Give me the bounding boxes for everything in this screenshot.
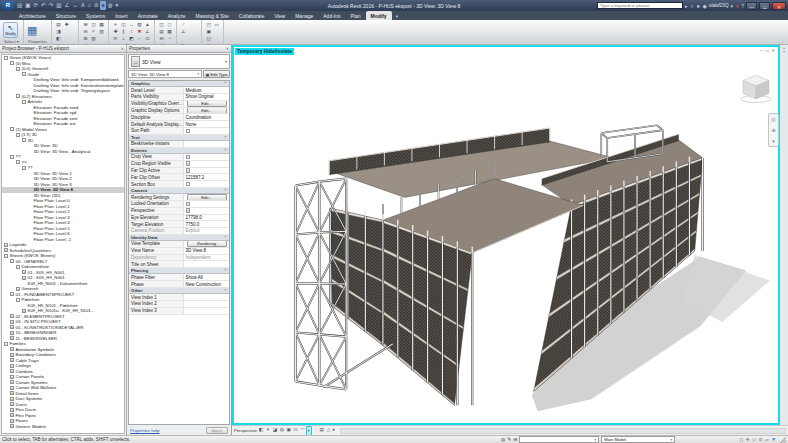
tree-expander-icon[interactable]: + — [22, 276, 26, 280]
tree-expander-icon[interactable]: + — [10, 369, 14, 373]
design-options-icon[interactable]: ⊞ — [513, 437, 517, 442]
tree-expander-icon[interactable]: + — [10, 424, 14, 428]
tree-expander-icon[interactable]: + — [10, 402, 14, 406]
tool-icon[interactable]: ▥ — [98, 29, 105, 34]
checkbox[interactable]: ✓ — [186, 168, 191, 173]
visual-style-icon[interactable]: ◧ — [258, 426, 264, 436]
tree-expander-icon[interactable]: + — [10, 336, 14, 340]
tree-expander-icon[interactable]: + — [10, 358, 14, 362]
tree-expander-icon[interactable]: - — [16, 67, 20, 71]
tool-icon[interactable]: ▦ — [98, 22, 105, 27]
property-value[interactable]: None — [184, 121, 229, 127]
tool-icon[interactable]: ⊟ — [158, 36, 165, 41]
property-value[interactable]: 3D View 8 — [184, 248, 229, 254]
property-value[interactable]: Medium — [184, 87, 229, 93]
tool-icon[interactable]: ◩ — [128, 36, 135, 41]
tool-icon[interactable]: ▲ — [144, 22, 151, 27]
tree-expander-icon[interactable]: + — [10, 325, 14, 329]
property-value[interactable]: Edit... — [184, 108, 229, 114]
navbar-expand-icon[interactable]: ▾ — [772, 138, 775, 144]
view-restore-icon[interactable]: ▭ — [765, 48, 769, 53]
project-browser-header[interactable]: Project Browser - P-HUS eksport ✕ — [0, 45, 126, 53]
hide-analytical-model-icon[interactable]: △ — [326, 426, 331, 436]
reveal-hidden-elements-icon[interactable]: ◌ — [314, 426, 318, 436]
tool-icon[interactable]: ▭ — [213, 22, 220, 27]
browser-tree-item[interactable]: +Generic Models — [2, 424, 124, 430]
aligned-dimension-icon[interactable]: ↔ — [71, 1, 79, 10]
search-input[interactable] — [597, 2, 683, 9]
section-icon[interactable]: ⊘ — [93, 1, 100, 10]
property-value[interactable] — [184, 261, 229, 267]
close-icon[interactable]: ✕ — [226, 46, 229, 51]
tool-icon[interactable]: ⊥ — [120, 36, 127, 41]
tree-expander-icon[interactable]: + — [22, 270, 26, 274]
open-icon[interactable]: ▤ — [16, 1, 23, 10]
checkbox[interactable] — [186, 202, 191, 207]
tree-expander-icon[interactable]: + — [4, 243, 8, 247]
editable-only-icon[interactable]: ✎ — [507, 437, 511, 442]
close-icon[interactable]: ✕ — [772, 2, 786, 10]
tool-icon[interactable]: ⟳ — [112, 36, 119, 41]
tree-expander-icon[interactable]: + — [10, 413, 14, 417]
tool-icon[interactable]: ▤ — [158, 29, 165, 34]
tree-expander-icon[interactable]: + — [16, 287, 20, 291]
tool-icon[interactable]: ◧ — [55, 36, 62, 41]
temporary-view-properties-icon[interactable]: ▤ — [319, 426, 325, 436]
search-go-icon[interactable]: ▸ — [685, 3, 688, 9]
tree-expander-icon[interactable]: + — [10, 353, 14, 357]
edit-button[interactable]: Rendering — [187, 241, 227, 247]
checkbox[interactable] — [186, 155, 191, 160]
property-value[interactable]: 121587.2 — [184, 174, 229, 180]
viewport-3d[interactable]: Temporary Hide/Isolate ─▭✕ ◎⊕▾ — [232, 45, 780, 425]
tool-icon[interactable]: ▣ — [205, 29, 212, 34]
resize-grip[interactable] — [780, 437, 786, 443]
tree-expander-icon[interactable]: + — [10, 314, 14, 318]
property-value[interactable]: Coordination — [184, 114, 229, 120]
press-drag-icon[interactable]: ✛ — [746, 437, 750, 442]
temporary-hide-isolate-icon[interactable]: ◐ — [306, 426, 312, 436]
view-scale-label[interactable]: Perspective — [234, 428, 257, 433]
redo-icon[interactable]: ↷ — [48, 1, 55, 10]
tree-expander-icon[interactable]: + — [10, 380, 14, 384]
app-menu-button[interactable]: R — [2, 1, 14, 10]
property-value[interactable] — [184, 308, 229, 314]
tool-icon[interactable]: ◫ — [158, 22, 165, 27]
crop-view-icon[interactable]: ▣ — [286, 426, 292, 436]
tree-expander-icon[interactable]: + — [4, 248, 8, 252]
tree-expander-icon[interactable]: + — [10, 347, 14, 351]
tree-expander-icon[interactable]: + — [10, 364, 14, 368]
panel-label[interactable]: Properties — [26, 38, 49, 44]
property-value[interactable]: Edit... — [184, 194, 229, 200]
exclude-options-icon[interactable]: ◻ — [739, 437, 743, 442]
tool-icon[interactable]: ◻ — [166, 22, 173, 27]
tool-icon[interactable]: ◫ — [120, 22, 127, 27]
worksets-icon[interactable]: ◍ — [501, 437, 505, 442]
property-value[interactable]: ✓ — [184, 168, 229, 174]
thin-lines-icon[interactable]: ≡ — [100, 1, 105, 10]
tree-expander-icon[interactable]: + — [10, 320, 14, 324]
render-icon[interactable]: ◍ — [107, 1, 114, 10]
maximize-icon[interactable]: ▭ — [759, 2, 770, 10]
ribbon-tab-manage[interactable]: Manage — [290, 11, 318, 20]
tool-icon[interactable]: ✚ — [112, 29, 119, 34]
tool-icon[interactable]: ∠ — [180, 29, 187, 34]
property-value[interactable]: ✓ — [184, 208, 229, 214]
property-value[interactable] — [184, 181, 229, 187]
instance-selector[interactable]: 3D View: 3D View 8 ▾ — [128, 70, 202, 78]
unlocked-view-icon[interactable]: ◠ — [300, 426, 305, 436]
property-value[interactable]: 7750.0 — [184, 221, 229, 227]
tool-icon[interactable]: ◨ — [55, 29, 62, 34]
tool-icon[interactable]: ◔ — [166, 36, 173, 41]
property-value[interactable]: Rendering — [184, 241, 229, 247]
horizontal-scrollbar[interactable] — [340, 428, 786, 434]
edit-button[interactable]: Edit... — [187, 101, 227, 107]
tool-icon[interactable]: ▧ — [90, 36, 97, 41]
ribbon-tab-analyze[interactable]: Analyze — [163, 11, 191, 20]
property-value[interactable] — [184, 128, 229, 134]
undo-icon[interactable]: ↶ — [40, 1, 47, 10]
viewcube[interactable] — [739, 73, 775, 105]
edit-button[interactable]: Edit... — [187, 194, 227, 200]
properties-header[interactable]: Properties ✕ — [127, 45, 231, 53]
ribbon-tab-modify[interactable]: Modify — [366, 11, 392, 20]
tool-icon[interactable]: ⊞ — [82, 22, 89, 27]
